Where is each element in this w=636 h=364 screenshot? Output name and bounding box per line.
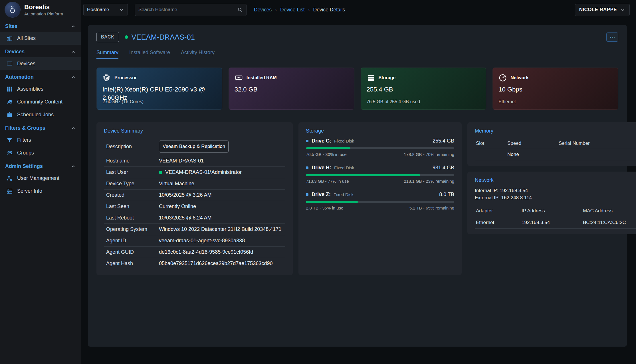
drive-size: 8.0 TB (439, 192, 454, 198)
storage-stack-icon (367, 74, 375, 82)
summary-row-label: Agent Hash (106, 261, 159, 267)
main-region: Hostname Devices › Device List › Device … (81, 0, 636, 364)
rabbit-icon (8, 5, 17, 15)
summary-row-label: Last User (106, 169, 159, 175)
sidebar-item-assemblies[interactable]: Assemblies (0, 83, 81, 95)
drive-usage-fill (306, 201, 358, 203)
device-details-panel: BACK VEEAM-DRAAS-01 ⋯ Summary Installed … (88, 25, 627, 347)
main-content: BACK VEEAM-DRAAS-01 ⋯ Summary Installed … (81, 19, 636, 364)
more-options-button[interactable]: ⋯ (606, 32, 618, 42)
stat-card-storage: Storage 255.4 GB 76.5 GB of 255.4 GB use… (361, 68, 486, 110)
sidebar-section-automation[interactable]: Automation (0, 70, 81, 83)
stat-card-network: Network 10 Gbps Ethernet (492, 68, 618, 110)
brand-subtitle: Automation Platform (24, 11, 63, 16)
sidebar-item-all-sites[interactable]: All Sites (0, 32, 81, 45)
drive-used-text: 2.8 TB - 35% in use (306, 206, 343, 210)
memory-serial-value (558, 149, 636, 160)
sidebar-item-community-content[interactable]: Community Content (0, 95, 81, 108)
sidebar-item-scheduled-jobs[interactable]: Scheduled Jobs (0, 108, 81, 121)
sidebar-item-filters[interactable]: Filters (0, 134, 81, 147)
drive-bullet-icon (306, 140, 308, 142)
app-root: Borealis Automation Platform Sites All S… (0, 0, 636, 364)
summary-row-agent-hash: Agent Hash 05ba0e7935171d626ecea29b27d7a… (104, 258, 285, 269)
summary-row-last-seen: Last Seen Currently Online (104, 201, 285, 212)
stat-card-value: 255.4 GB (367, 86, 480, 94)
external-ip: External IP: 162.248.8.114 (475, 194, 636, 202)
breadcrumb-device-details: Device Details (313, 7, 345, 13)
tab-summary[interactable]: Summary (96, 50, 118, 59)
processor-icon (102, 74, 111, 82)
summary-row-description: Description (104, 138, 285, 155)
drive-name: Drive H: (312, 165, 331, 171)
filter-funnel-icon (6, 137, 13, 143)
summary-row-last-reboot: Last Reboot 10/03/2025 @ 6:24 AM (104, 212, 285, 224)
drive-type: Fixed Disk (334, 165, 354, 170)
chevron-down-icon (620, 7, 625, 12)
search-icon[interactable] (237, 7, 243, 13)
user-gear-icon (6, 175, 13, 182)
drive-size: 931.4 GB (433, 165, 454, 171)
memory-panel: Memory Slot Speed Serial Number Capacity… (467, 122, 636, 166)
search-box (135, 4, 247, 16)
detail-panels: Device Summary Description Hostname VEEA… (96, 122, 618, 275)
stat-card-footer: 2.60GHz (16-Cores) (102, 99, 144, 104)
user-menu-button[interactable]: NICOLE RAPPE (575, 4, 630, 16)
drive-remaining-text: 218.1 GB - 23% remaining (404, 179, 454, 184)
device-name-title: VEEAM-DRAAS-01 (132, 33, 195, 41)
memory-header-serial: Serial Number (558, 138, 636, 149)
sidebar-section-label: Devices (5, 49, 25, 55)
sidebar-item-label: Filters (17, 137, 31, 143)
summary-row-label: Description (106, 144, 159, 150)
drive-usage-bar (306, 147, 454, 149)
summary-row-label: Agent ID (106, 238, 159, 244)
internal-ip: Internal IP: 192.168.3.54 (475, 187, 636, 194)
sidebar-section-admin-settings[interactable]: Admin Settings (0, 159, 81, 172)
server-icon (6, 188, 13, 194)
sidebar-section-label: Admin Settings (5, 163, 43, 169)
chevron-up-icon (71, 49, 76, 54)
breadcrumb-separator: › (308, 7, 310, 13)
summary-row-value: 05ba0e7935171d626ecea29b27d7ae175363cd90 (159, 261, 272, 267)
summary-row-value: Virtual Machine (159, 181, 194, 187)
stat-card-footer: Ethernet (498, 99, 516, 104)
sidebar-item-user-management[interactable]: User Management (0, 172, 81, 185)
summary-row-label: Operating System (106, 226, 159, 232)
tab-bar: Summary Installed Software Activity Hist… (96, 50, 618, 59)
breadcrumb-device-list[interactable]: Device List (280, 7, 305, 13)
summary-row-label: Last Seen (106, 204, 159, 210)
summary-row-value: 10/03/2025 @ 6:24 AM (159, 215, 211, 221)
last-user-value: VEEAM-DRAAS-01\Administrator (165, 169, 242, 175)
stat-card-value: 10 Gbps (498, 86, 612, 94)
breadcrumb-devices[interactable]: Devices (254, 7, 272, 13)
stat-card-title: Processor (114, 75, 137, 80)
summary-row-value: 10/05/2025 @ 3:26 AM (159, 192, 211, 198)
online-dot (159, 171, 162, 174)
community-people-icon (6, 99, 13, 105)
sidebar-item-devices[interactable]: Devices (0, 57, 81, 70)
stat-card-title: Storage (379, 75, 396, 80)
back-button[interactable]: BACK (96, 32, 119, 42)
sidebar-section-filters-groups[interactable]: Filters & Groups (0, 121, 81, 134)
stat-card-row: Processor Intel(R) Xeon(R) CPU E5-2690 v… (96, 68, 618, 110)
sidebar-section-devices[interactable]: Devices (0, 45, 81, 57)
search-filter-dropdown[interactable]: Hostname (83, 4, 128, 16)
drive-usage-bar (306, 201, 454, 203)
topbar: Hostname Devices › Device List › Device … (81, 0, 636, 19)
sidebar-item-server-info[interactable]: Server Info (0, 185, 81, 198)
drive-name: Drive C: (312, 138, 331, 144)
tab-installed-software[interactable]: Installed Software (129, 50, 170, 59)
online-status-dot (125, 35, 128, 39)
description-input[interactable] (159, 141, 229, 152)
drive-row-h: Drive H: Fixed Disk 931.4 GB 713.3 GB - … (306, 165, 454, 184)
summary-row-device-type: Device Type Virtual Machine (104, 178, 285, 190)
tab-activity-history[interactable]: Activity History (181, 50, 215, 59)
search-input[interactable] (138, 7, 237, 13)
sidebar-section-sites[interactable]: Sites (0, 19, 81, 32)
panel-title: Device Summary (104, 128, 285, 134)
network-header-adapter: Adapter (475, 205, 520, 217)
stat-card-title: Installed RAM (247, 75, 277, 80)
ram-icon (235, 74, 243, 82)
panel-title: Storage (306, 128, 454, 134)
sidebar-item-groups[interactable]: Groups (0, 147, 81, 159)
sidebar-section-label: Sites (5, 23, 17, 29)
